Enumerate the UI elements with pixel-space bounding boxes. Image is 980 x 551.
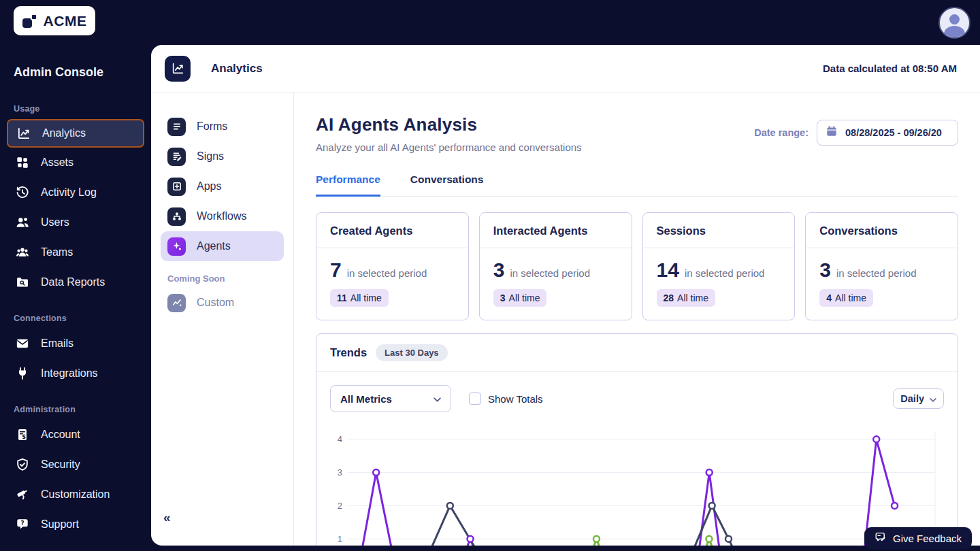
- modnav-item-workflows[interactable]: Workflows: [161, 201, 284, 231]
- main-sidebar: Admin Console Usage Analytics Assets: [0, 45, 151, 551]
- svg-text:3: 3: [338, 467, 342, 478]
- tab-conversations[interactable]: Conversations: [410, 173, 484, 196]
- module-nav: Forms Signs Apps: [151, 93, 294, 546]
- trends-card: Trends Last 30 Days All Metrics Show: [316, 333, 958, 546]
- section-label-connections: Connections: [14, 314, 144, 323]
- stat-period-label: in selected period: [685, 267, 765, 279]
- modnav-item-custom[interactable]: Custom: [161, 288, 284, 318]
- interval-select[interactable]: Daily: [893, 388, 944, 409]
- sidebar-item-data-reports[interactable]: Data Reports: [7, 267, 144, 297]
- custom-icon: [167, 294, 186, 312]
- assets-icon: [15, 155, 30, 170]
- data-reports-icon: [15, 275, 30, 290]
- sidebar-item-emails[interactable]: Emails: [7, 329, 144, 358]
- sidebar-item-teams[interactable]: Teams: [7, 237, 144, 267]
- all-time-badge: 11All time: [330, 289, 389, 307]
- sidebar-item-activity-log[interactable]: Activity Log: [7, 178, 144, 207]
- sidebar-title: Admin Console: [14, 65, 144, 80]
- integrations-icon: [15, 366, 30, 381]
- apps-icon: [167, 178, 186, 196]
- show-totals-toggle[interactable]: Show Totals: [469, 393, 543, 405]
- chevron-down-icon: [930, 393, 936, 405]
- svg-text:1: 1: [338, 534, 342, 544]
- users-icon: [15, 215, 30, 230]
- stat-cards: Created Agents 7 in selected period 11Al…: [316, 212, 958, 320]
- logo-text: ACME: [44, 13, 87, 29]
- svg-text:4: 4: [338, 434, 342, 444]
- stat-value: 3: [493, 260, 505, 280]
- date-range-picker[interactable]: 08/28/2025 - 09/26/20: [817, 120, 958, 146]
- app-header: Analytics Data calculated at 08:50 AM: [151, 45, 980, 93]
- trends-chart-area: 4321: [316, 419, 958, 546]
- give-feedback-button[interactable]: Give Feedback: [864, 527, 972, 549]
- acme-logo-icon: [22, 14, 39, 29]
- sidebar-item-analytics[interactable]: Analytics: [7, 119, 144, 148]
- modnav-item-forms[interactable]: Forms: [161, 112, 284, 141]
- date-range-value: 08/28/2025 - 09/26/20: [845, 127, 942, 138]
- stat-card-conversations: Conversations 3 in selected period 4All …: [805, 212, 958, 320]
- modnav-item-agents[interactable]: Agents: [161, 231, 284, 261]
- svg-text:?: ?: [20, 520, 24, 527]
- metrics-select[interactable]: All Metrics: [330, 385, 451, 412]
- page-title: AI Agents Analysis: [316, 114, 582, 135]
- stat-value: 3: [819, 260, 831, 280]
- security-icon: [15, 457, 30, 472]
- sidebar-item-support[interactable]: ? Support: [7, 510, 144, 539]
- app-header-title: Analytics: [211, 62, 263, 76]
- section-label-administration: Administration: [14, 405, 144, 414]
- tab-performance[interactable]: Performance: [316, 173, 380, 197]
- user-avatar[interactable]: [938, 7, 970, 39]
- tabs: Performance Conversations: [316, 173, 958, 197]
- trends-period-badge: Last 30 Days: [376, 344, 448, 361]
- chevron-down-icon: [434, 393, 441, 405]
- svg-text:$: $: [22, 433, 26, 440]
- collapse-sidebar-button[interactable]: «: [163, 510, 171, 525]
- support-icon: ?: [15, 517, 30, 532]
- activity-log-icon: [15, 185, 30, 200]
- customization-icon: [15, 487, 30, 502]
- stat-period-label: in selected period: [347, 267, 427, 279]
- show-totals-checkbox[interactable]: [469, 393, 481, 405]
- teams-icon: [15, 245, 30, 260]
- all-time-badge: 4All time: [819, 289, 873, 307]
- analytics-icon: [16, 126, 31, 141]
- avatar-person-icon: [949, 14, 960, 24]
- sidebar-item-account[interactable]: $ Account: [7, 420, 144, 450]
- stat-title: Created Agents: [330, 224, 412, 237]
- sidebar-item-customization[interactable]: Customization: [7, 480, 144, 510]
- analytics-header-icon: [165, 56, 191, 82]
- stat-title: Interacted Agents: [493, 224, 588, 237]
- acme-logo[interactable]: ACME: [14, 6, 95, 35]
- section-label-usage: Usage: [14, 104, 144, 114]
- sidebar-item-security[interactable]: Security: [7, 450, 144, 480]
- stat-title: Conversations: [819, 224, 898, 237]
- modnav-item-apps[interactable]: Apps: [161, 171, 284, 201]
- stat-period-label: in selected period: [510, 267, 590, 279]
- coming-soon-label: Coming Soon: [167, 273, 284, 284]
- page-subtitle: Analyze your all AI Agents' performance …: [316, 141, 582, 153]
- app-panel: Analytics Data calculated at 08:50 AM Fo…: [151, 45, 980, 546]
- feedback-icon: [875, 531, 887, 546]
- calendar-icon: [826, 125, 838, 140]
- stat-period-label: in selected period: [836, 267, 917, 279]
- account-icon: $: [15, 427, 30, 442]
- screen: ACME Admin Console Usage Analytics Asset…: [0, 0, 980, 551]
- signs-icon: [167, 148, 186, 166]
- trends-chart: 4321: [323, 422, 943, 546]
- agents-icon: [167, 237, 186, 256]
- data-calculated-text: Data calculated at 08:50 AM: [823, 63, 957, 74]
- modnav-item-signs[interactable]: Signs: [161, 141, 284, 171]
- stat-value: 7: [330, 260, 342, 280]
- stat-card-interacted-agents: Interacted Agents 3 in selected period 3…: [479, 212, 632, 320]
- forms-icon: [167, 118, 186, 136]
- workflows-icon: [167, 207, 186, 226]
- stat-title: Sessions: [657, 224, 706, 237]
- date-range-label: Date range:: [754, 127, 808, 138]
- sidebar-item-users[interactable]: Users: [7, 207, 144, 237]
- stat-card-sessions: Sessions 14 in selected period 28All tim…: [642, 212, 796, 320]
- trends-title: Trends: [330, 346, 367, 359]
- sidebar-item-integrations[interactable]: Integrations: [7, 358, 144, 388]
- all-time-badge: 3All time: [493, 289, 547, 307]
- sidebar-item-assets[interactable]: Assets: [7, 148, 144, 178]
- main-content: AI Agents Analysis Analyze your all AI A…: [294, 93, 980, 546]
